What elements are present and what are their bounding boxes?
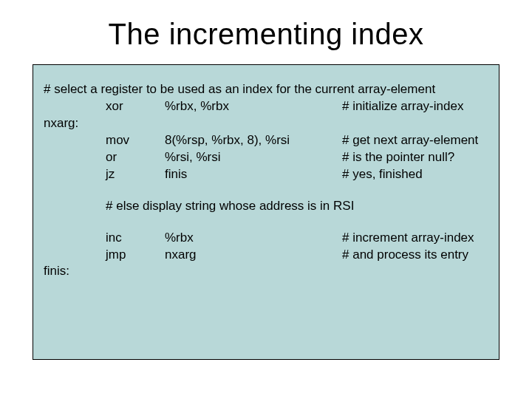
indent [44,247,106,264]
comment: # initialize array-index [342,98,488,115]
comment: # and process its entry [342,247,488,264]
indent [44,132,106,149]
operands: %rbx, %rbx [165,98,342,115]
instruction-jz: jz finis # yes, finished [44,166,488,183]
slide: The incrementing index # select a regist… [0,0,532,399]
opcode: jz [106,166,165,183]
operands: %rsi, %rsi [165,149,342,166]
operands: 8(%rsp, %rbx, 8), %rsi [165,132,342,149]
spacer [44,215,488,230]
indent [44,98,106,115]
indent [44,198,106,215]
opcode: mov [106,132,165,149]
opcode: jmp [106,247,165,264]
comment-else-display: # else display string whose address is i… [44,198,488,215]
comment: # is the pointer null? [342,149,488,166]
instruction-or: or %rsi, %rsi # is the pointer null? [44,149,488,166]
slide-title: The incrementing index [0,0,532,64]
comment: # get next array-element [342,132,488,149]
comment-select-register: # select a register to be used as an ind… [44,81,488,98]
operands: nxarg [165,247,342,264]
instruction-mov: mov 8(%rsp, %rbx, 8), %rsi # get next ar… [44,132,488,149]
spacer [44,183,488,198]
label-finis: finis: [44,263,488,280]
code-block: # select a register to be used as an ind… [33,64,499,360]
opcode: or [106,149,165,166]
opcode: inc [106,230,165,247]
comment: # increment array-index [342,230,488,247]
instruction-xor: xor %rbx, %rbx # initialize array-index [44,98,488,115]
comment: # yes, finished [342,166,488,183]
comment: # else display string whose address is i… [106,198,354,215]
operands: %rbx [165,230,342,247]
operands: finis [165,166,342,183]
opcode: xor [106,98,165,115]
indent [44,149,106,166]
label-nxarg: nxarg: [44,115,488,132]
instruction-inc: inc %rbx # increment array-index [44,230,488,247]
instruction-jmp: jmp nxarg # and process its entry [44,247,488,264]
indent [44,230,106,247]
indent [44,166,106,183]
